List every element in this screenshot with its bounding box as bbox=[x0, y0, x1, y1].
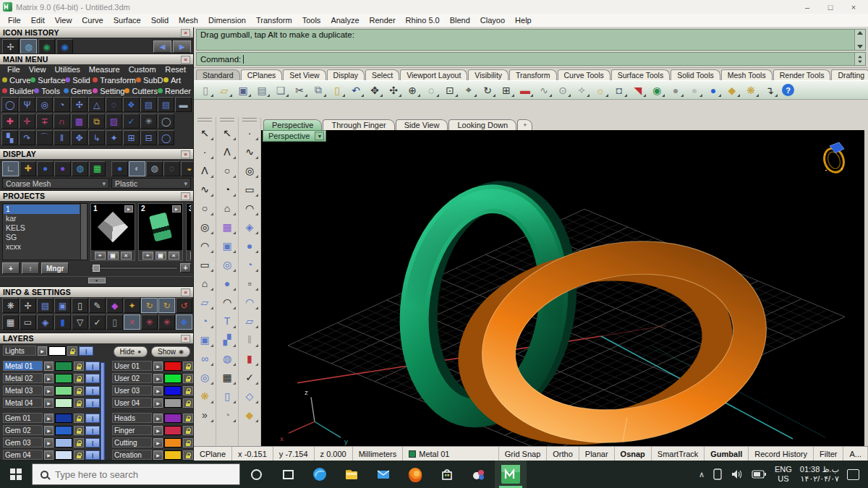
layer-visibility-button[interactable]: | bbox=[85, 386, 100, 395]
thumbnail-delete-icon[interactable]: × bbox=[121, 252, 132, 260]
close-button[interactable]: × bbox=[842, 1, 865, 14]
hide-button[interactable]: Hide● bbox=[114, 346, 148, 357]
layer-color-swatch[interactable] bbox=[48, 346, 66, 356]
blob-icon[interactable]: ● bbox=[218, 274, 237, 293]
layer-row-gem-01[interactable]: Gem 01 ▶ | bbox=[3, 413, 100, 423]
thumbnail-add-icon[interactable]: + bbox=[190, 252, 192, 260]
arc-pie-icon[interactable]: ◔ bbox=[218, 180, 237, 199]
device-icon[interactable] bbox=[712, 468, 723, 481]
category-item[interactable]: Cutters bbox=[124, 85, 157, 96]
history-back-icon[interactable]: ◀ bbox=[153, 40, 171, 53]
project-list[interactable]: 1karKELSSGxcxx bbox=[2, 203, 88, 260]
minimize-button[interactable]: – bbox=[796, 1, 819, 14]
category-item[interactable]: Gems bbox=[64, 85, 93, 96]
status-x-coordinate[interactable]: x -0.151 bbox=[232, 447, 273, 461]
mail-button[interactable] bbox=[367, 461, 399, 488]
arc3-icon[interactable]: ◠ bbox=[240, 199, 260, 218]
puzzle-icon[interactable]: ❋ bbox=[195, 387, 215, 406]
layer-expand-icon[interactable]: ▶ bbox=[153, 450, 163, 460]
viewport-title[interactable]: Perspective ▼ bbox=[263, 130, 326, 142]
figure-x-icon[interactable]: × bbox=[124, 314, 140, 330]
new-file-icon[interactable]: ▯ bbox=[197, 82, 214, 98]
category-item[interactable]: Setting bbox=[93, 85, 124, 96]
circle-tool-icon[interactable]: ○ bbox=[195, 199, 215, 218]
gem-icon[interactable]: ◆ bbox=[723, 82, 741, 98]
toolbar-tab[interactable]: Curve Tools bbox=[558, 69, 610, 80]
project-thumbnail-3[interactable]: 3 ▶ + ▣ × bbox=[186, 203, 191, 261]
cortana-button[interactable] bbox=[240, 461, 272, 488]
layer-lock-icon[interactable] bbox=[74, 386, 84, 395]
arc-gem-icon[interactable]: ∩ bbox=[54, 114, 70, 129]
taskbar-search[interactable] bbox=[32, 463, 240, 485]
ghosted-view-icon[interactable]: ● bbox=[54, 161, 71, 176]
menu-item[interactable]: Blend bbox=[445, 16, 475, 25]
menu-item[interactable]: Clayoo bbox=[475, 16, 510, 25]
category-item[interactable]: Transform bbox=[93, 74, 136, 85]
status-osnap[interactable]: Osnap bbox=[615, 447, 652, 461]
text-tool-icon[interactable]: T bbox=[218, 312, 237, 330]
plane-icon[interactable]: ▱ bbox=[240, 312, 260, 330]
history-sphere-icon[interactable]: ◍ bbox=[20, 39, 37, 54]
sphere3-icon[interactable]: ● bbox=[240, 236, 260, 255]
gold-gem-icon[interactable]: ◆ bbox=[240, 406, 260, 424]
curve-flow-icon[interactable]: ⌒ bbox=[36, 130, 53, 145]
viewport-3d-scene[interactable]: z x y bbox=[261, 130, 868, 446]
layer-color-swatch[interactable] bbox=[164, 450, 182, 460]
filter-funnel-icon[interactable]: ▽ bbox=[72, 314, 88, 330]
toolbar-drag-handle[interactable] bbox=[242, 118, 257, 121]
point-icon[interactable]: · bbox=[195, 142, 215, 161]
sweep-icon[interactable]: ◔ bbox=[240, 255, 260, 274]
circle-icon[interactable]: ⊙ bbox=[554, 82, 571, 98]
autosave-icon[interactable]: ↻ bbox=[141, 298, 158, 313]
thumbnail-save-icon[interactable]: ▣ bbox=[156, 252, 166, 260]
more-tools-icon[interactable]: » bbox=[195, 406, 215, 424]
paste-icon[interactable]: ▯ bbox=[328, 82, 346, 98]
layer-color-swatch[interactable] bbox=[164, 361, 182, 371]
texture-icon[interactable]: ▨ bbox=[106, 114, 122, 129]
flag-icon[interactable]: ◥ bbox=[629, 82, 647, 98]
tray-expand-icon[interactable]: ∧ bbox=[699, 470, 705, 479]
command-input[interactable]: Command: bbox=[196, 52, 866, 66]
help-icon[interactable]: ? bbox=[782, 84, 794, 96]
thumbnail-slider[interactable] bbox=[90, 267, 178, 270]
layer-color-swatch[interactable] bbox=[55, 414, 72, 423]
layer-expand-icon[interactable]: ▶ bbox=[38, 346, 47, 356]
status-gumball[interactable]: Gumball bbox=[705, 447, 749, 461]
layer-expand-icon[interactable]: ▶ bbox=[44, 414, 54, 423]
battery-icon[interactable] bbox=[752, 469, 767, 479]
hammer-tool-icon[interactable]: ✳ bbox=[140, 114, 157, 129]
gem-cone-icon[interactable]: △ bbox=[88, 97, 105, 112]
layer-color-swatch[interactable] bbox=[55, 374, 72, 383]
project-list-item[interactable]: SG bbox=[4, 233, 80, 242]
pillar-icon[interactable]: ▮ bbox=[240, 349, 260, 368]
language-indicator[interactable]: ENG US bbox=[775, 465, 792, 484]
ellipse-icon[interactable]: ◎ bbox=[195, 218, 215, 236]
layer-visibility-button[interactable]: | bbox=[85, 450, 100, 460]
toolbar-tab[interactable]: Viewport Layout bbox=[400, 69, 467, 80]
handle-curve-icon[interactable]: ∿ bbox=[240, 142, 260, 161]
points-icon[interactable]: ✧ bbox=[573, 82, 590, 98]
layer-expand-icon[interactable]: ▶ bbox=[44, 426, 54, 435]
path-check-icon[interactable]: ✓ bbox=[89, 314, 106, 330]
layer-color-swatch[interactable] bbox=[55, 398, 72, 408]
main-menu-item[interactable]: Custom bbox=[124, 65, 161, 74]
boolean-icon[interactable]: ◍ bbox=[218, 349, 237, 368]
menu-item[interactable]: File bbox=[3, 16, 26, 25]
export-icon[interactable]: ↴ bbox=[761, 82, 778, 98]
thumbnail-menu-icon[interactable]: ▶ bbox=[124, 205, 133, 213]
select-pointer-icon[interactable]: ↖ bbox=[195, 124, 215, 142]
environment-icon[interactable]: ◍ bbox=[72, 161, 88, 176]
orient-icon[interactable]: ↳ bbox=[88, 130, 105, 145]
layer-color-swatch[interactable] bbox=[55, 426, 72, 435]
history-forward-icon[interactable]: ▶ bbox=[173, 40, 191, 53]
status-ortho[interactable]: Ortho bbox=[547, 447, 579, 461]
main-menu-item[interactable]: Reset bbox=[161, 65, 190, 74]
xray-mode-icon[interactable]: ◌ bbox=[163, 161, 180, 176]
viewport-menu-icon[interactable]: ▼ bbox=[315, 132, 324, 140]
frame-icon[interactable]: ⊞ bbox=[123, 130, 140, 145]
layer-expand-icon[interactable]: ▶ bbox=[44, 361, 54, 371]
shaded-view-icon[interactable]: ● bbox=[37, 161, 54, 176]
project-thumbnail-2[interactable]: 2 ▶ + ▣ × bbox=[138, 203, 183, 261]
project-list-item[interactable]: xcxx bbox=[4, 242, 80, 252]
category-item[interactable]: SubD bbox=[136, 74, 163, 85]
